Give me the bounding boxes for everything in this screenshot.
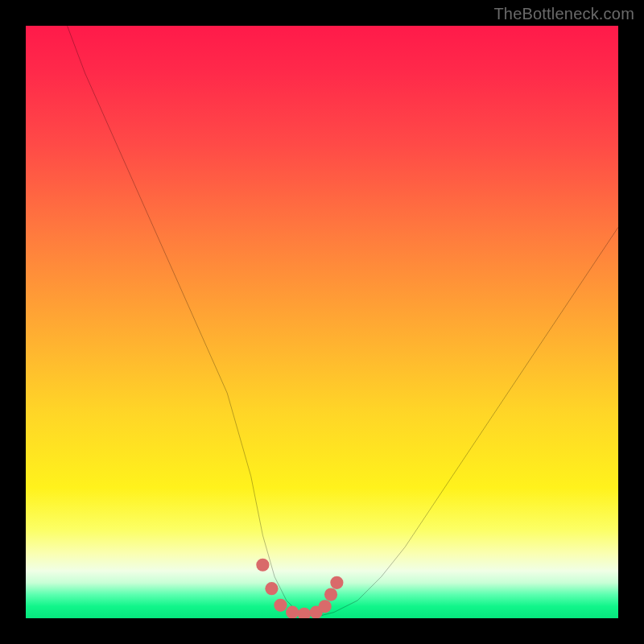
v-curve-path: [68, 26, 618, 615]
highlight-dot: [319, 600, 332, 613]
highlight-dot: [324, 588, 337, 601]
highlight-dot: [286, 606, 299, 618]
highlight-dot: [298, 608, 311, 618]
highlight-dot: [265, 582, 278, 595]
plot-area: [26, 26, 618, 618]
highlight-dots: [256, 559, 343, 618]
watermark-text: TheBottleneck.com: [493, 5, 634, 23]
curve-layer: [26, 26, 618, 618]
highlight-dot: [274, 599, 287, 612]
chart-frame: TheBottleneck.com: [0, 0, 644, 644]
highlight-dot: [330, 576, 343, 589]
highlight-dot: [256, 559, 269, 572]
